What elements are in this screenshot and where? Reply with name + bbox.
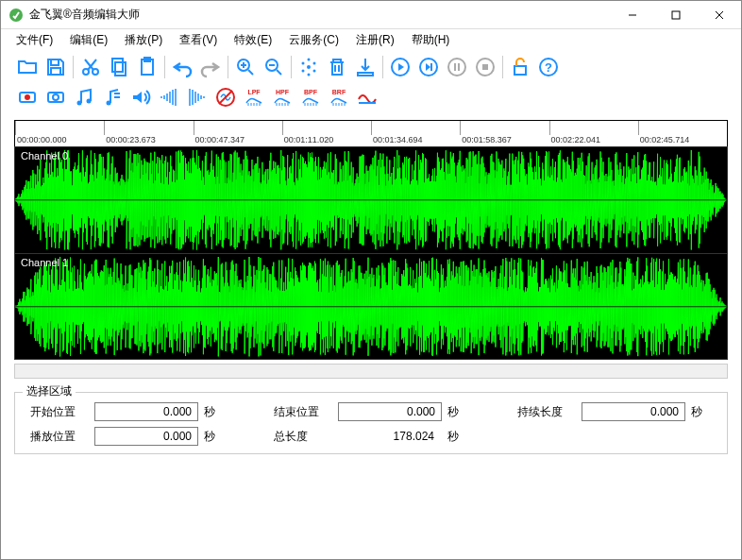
menu-play[interactable]: 播放(P) (117, 30, 170, 50)
separator (228, 56, 228, 78)
undo-button[interactable] (169, 54, 195, 80)
zoom-in-button[interactable] (232, 54, 259, 80)
tune-button[interactable] (99, 84, 126, 110)
svg-text:LPF: LPF (247, 89, 261, 95)
channel-1[interactable]: Channel 1 (15, 254, 727, 360)
svg-rect-10 (115, 62, 126, 76)
cut-button[interactable] (77, 54, 104, 80)
separator (73, 56, 74, 78)
play-button[interactable] (387, 54, 413, 80)
waveform-container[interactable]: Channel 0 Channel 1 (14, 146, 728, 360)
total-label: 总长度 (268, 429, 338, 445)
delete-button[interactable] (324, 54, 350, 80)
duration-label: 持续长度 (512, 404, 582, 420)
svg-point-43 (87, 99, 92, 104)
channel-0[interactable]: Channel 0 (15, 147, 727, 254)
ruler[interactable] (14, 120, 728, 135)
effects-button[interactable] (295, 54, 322, 80)
menu-edit[interactable]: 编辑(E) (62, 30, 115, 50)
svg-rect-9 (112, 59, 123, 72)
play-position-input[interactable] (94, 427, 198, 446)
workspace: 00:00:00.000 00:00:23.673 00:00:47.347 0… (1, 120, 741, 559)
play-loop-button[interactable] (415, 54, 442, 80)
timestamp: 00:01:34.694 (371, 135, 460, 146)
svg-point-22 (313, 62, 316, 65)
unit-label: 秒 (198, 404, 230, 420)
minimize-button[interactable] (611, 1, 654, 28)
menu-register[interactable]: 注册(R) (348, 30, 402, 50)
maximize-button[interactable] (654, 1, 698, 28)
waveform-0-icon (15, 147, 727, 253)
music-button[interactable] (71, 84, 97, 110)
start-position-input[interactable] (94, 402, 198, 421)
svg-text:BPF: BPF (304, 89, 318, 95)
svg-point-41 (53, 94, 59, 100)
bpf-button[interactable]: BPF (297, 84, 324, 110)
timestamp: 00:00:47.347 (194, 135, 282, 146)
redo-button[interactable] (197, 54, 224, 80)
timestamp: 00:00:00.000 (15, 135, 104, 146)
unlock-button[interactable] (507, 54, 533, 80)
timestamp: 00:02:22.041 (549, 135, 638, 146)
total-length-value: 178.024 (338, 430, 442, 443)
unit-label: 秒 (685, 404, 717, 420)
close-button[interactable] (698, 1, 741, 28)
svg-point-26 (308, 74, 311, 76)
playpos-label: 播放位置 (25, 429, 94, 445)
separator (502, 56, 503, 78)
timestamp: 00:01:58.367 (460, 135, 548, 146)
stop-button[interactable] (472, 54, 498, 80)
window-title: 金飞翼®音频编辑大师 (29, 7, 611, 23)
end-label: 结束位置 (268, 404, 338, 420)
duration-input[interactable] (582, 402, 685, 421)
save-button[interactable] (42, 54, 69, 80)
menu-cloud[interactable]: 云服务(C) (281, 30, 346, 50)
eq-button[interactable] (354, 84, 380, 110)
fade-in-button[interactable] (156, 84, 182, 110)
start-label: 开始位置 (25, 404, 94, 420)
zoom-out-button[interactable] (261, 54, 287, 80)
end-position-input[interactable] (338, 402, 442, 421)
menu-view[interactable]: 查看(V) (172, 30, 225, 50)
svg-text:HPF: HPF (276, 89, 290, 95)
unit-label: 秒 (198, 429, 230, 445)
hpf-button[interactable]: HPF (269, 84, 295, 110)
svg-rect-35 (514, 66, 526, 75)
lpf-button[interactable]: LPF (241, 84, 267, 110)
pause-button[interactable] (444, 54, 470, 80)
channel-0-label: Channel 0 (21, 150, 68, 161)
waveform-1-icon (15, 254, 727, 360)
open-button[interactable] (14, 54, 41, 80)
copy-button[interactable] (106, 54, 132, 80)
timestamp: 00:02:45.714 (638, 135, 727, 146)
menu-help[interactable]: 帮助(H) (404, 30, 458, 50)
toolbar: ? LPF HPF BPF BRF (1, 50, 741, 120)
separator (164, 56, 165, 78)
titlebar: 金飞翼®音频编辑大师 (1, 1, 741, 29)
svg-line-14 (248, 70, 253, 75)
svg-point-24 (313, 70, 316, 73)
paste-button[interactable] (134, 54, 160, 80)
record-button[interactable] (14, 84, 41, 110)
unit-label: 秒 (442, 429, 474, 445)
normalize-button[interactable] (212, 84, 239, 110)
unit-label: 秒 (442, 404, 474, 420)
svg-point-23 (302, 70, 305, 73)
fade-out-button[interactable] (184, 84, 211, 110)
horizontal-scrollbar[interactable] (14, 364, 728, 379)
help-button[interactable]: ? (535, 54, 562, 80)
svg-rect-2 (672, 11, 680, 19)
volume-button[interactable] (127, 84, 154, 110)
menu-effects[interactable]: 特效(E) (227, 30, 279, 50)
export-button[interactable] (352, 54, 379, 80)
svg-text:?: ? (545, 60, 552, 75)
brf-button[interactable]: BRF (326, 84, 352, 110)
menu-file[interactable]: 文件(F) (8, 30, 60, 50)
record-mic-button[interactable] (42, 84, 69, 110)
svg-point-20 (307, 65, 311, 69)
svg-point-25 (308, 59, 311, 61)
toolbar-row-1: ? (14, 54, 732, 80)
timeline-labels: 00:00:00.000 00:00:23.673 00:00:47.347 0… (14, 135, 728, 146)
svg-point-42 (77, 101, 82, 106)
app-icon (8, 8, 24, 23)
